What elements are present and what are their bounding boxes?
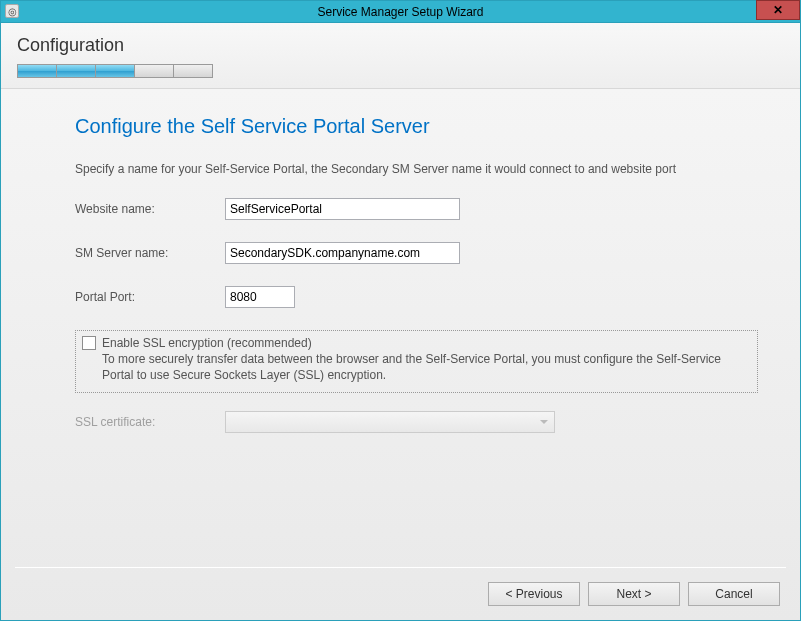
progress-step xyxy=(57,65,96,77)
ssl-enable-label: Enable SSL encryption (recommended) xyxy=(102,335,751,351)
window-title: Service Manager Setup Wizard xyxy=(317,5,483,19)
progress-step xyxy=(135,65,174,77)
content-area: Configure the Self Service Portal Server… xyxy=(1,89,800,433)
page-heading: Configure the Self Service Portal Server xyxy=(75,115,758,138)
ssl-certificate-row: SSL certificate: xyxy=(75,411,758,433)
website-name-row: Website name: xyxy=(75,198,758,220)
portal-port-row: Portal Port: xyxy=(75,286,758,308)
progress-step xyxy=(96,65,135,77)
ssl-text: Enable SSL encryption (recommended) To m… xyxy=(102,335,751,384)
page-description: Specify a name for your Self-Service Por… xyxy=(75,162,758,176)
cancel-button[interactable]: Cancel xyxy=(688,582,780,606)
wizard-buttons: < Previous Next > Cancel xyxy=(488,572,780,606)
section-title: Configuration xyxy=(17,35,784,56)
progress-step xyxy=(174,65,212,77)
wizard-header: Configuration xyxy=(1,23,800,89)
progress-bar xyxy=(17,64,213,78)
sm-server-row: SM Server name: xyxy=(75,242,758,264)
ssl-certificate-label: SSL certificate: xyxy=(75,415,225,429)
wizard-window: ◎ Service Manager Setup Wizard ✕ Configu… xyxy=(0,0,801,621)
website-name-input[interactable] xyxy=(225,198,460,220)
portal-port-label: Portal Port: xyxy=(75,290,225,304)
close-button[interactable]: ✕ xyxy=(756,0,800,20)
next-button[interactable]: Next > xyxy=(588,582,680,606)
sm-server-label: SM Server name: xyxy=(75,246,225,260)
progress-step xyxy=(18,65,57,77)
close-icon: ✕ xyxy=(773,3,783,17)
app-icon: ◎ xyxy=(5,4,19,18)
website-name-label: Website name: xyxy=(75,202,225,216)
previous-button[interactable]: < Previous xyxy=(488,582,580,606)
portal-port-input[interactable] xyxy=(225,286,295,308)
titlebar: ◎ Service Manager Setup Wizard ✕ xyxy=(1,1,800,23)
footer-divider xyxy=(15,567,786,568)
ssl-encryption-group: Enable SSL encryption (recommended) To m… xyxy=(75,330,758,393)
ssl-certificate-dropdown xyxy=(225,411,555,433)
sm-server-input[interactable] xyxy=(225,242,460,264)
ssl-enable-checkbox[interactable] xyxy=(82,336,96,350)
ssl-enable-description: To more securely transfer data between t… xyxy=(102,352,721,382)
chevron-down-icon xyxy=(540,420,548,424)
